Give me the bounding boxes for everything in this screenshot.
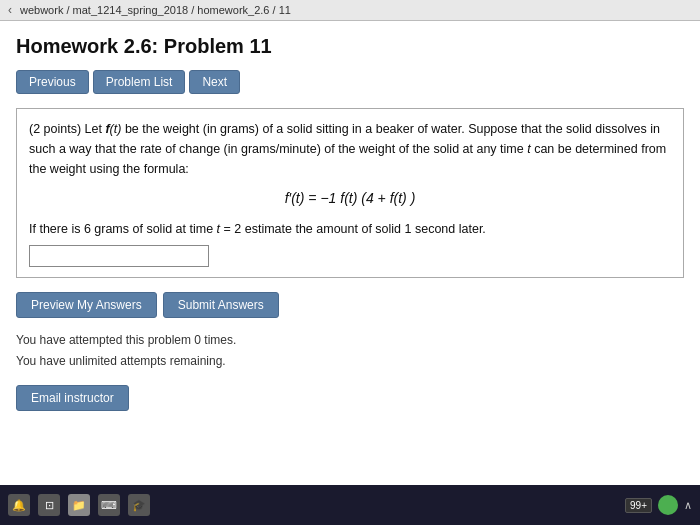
- email-instructor-button[interactable]: Email instructor: [16, 385, 129, 411]
- submit-answers-button[interactable]: Submit Answers: [163, 292, 279, 318]
- main-content: Homework 2.6: Problem 11 Previous Proble…: [0, 21, 700, 485]
- nav-buttons: Previous Problem List Next: [16, 70, 684, 94]
- previous-button[interactable]: Previous: [16, 70, 89, 94]
- problem-intro: (2 points) Let f(t) be the weight (in gr…: [29, 122, 666, 176]
- taskbar: 🔔 ⊡ 📁 ⌨ 🎓 99+ ∧: [0, 485, 700, 525]
- problem-list-button[interactable]: Problem List: [93, 70, 186, 94]
- formula-display: f′(t) = −1 f(t) (4 + f(t) ): [29, 187, 671, 209]
- answer-input[interactable]: [29, 245, 209, 267]
- preview-answers-button[interactable]: Preview My Answers: [16, 292, 157, 318]
- question-text-pre: If there is 6 grams of solid at time t =…: [29, 219, 486, 239]
- t-paren: (t): [110, 122, 122, 136]
- t-variable-2: t: [217, 222, 220, 236]
- formula-ft1-paren: (t): [344, 190, 357, 206]
- problem-box: (2 points) Let f(t) be the weight (in gr…: [16, 108, 684, 278]
- taskbar-keyboard-icon[interactable]: ⌨: [98, 494, 120, 516]
- top-bar: ‹ webwork / mat_1214_spring_2018 / homew…: [0, 0, 700, 21]
- formula-ft2-paren: (t): [394, 190, 407, 206]
- action-buttons: Preview My Answers Submit Answers: [16, 292, 684, 318]
- formula-open-paren: (4 +: [361, 190, 389, 206]
- taskbar-arrow: ∧: [684, 499, 692, 512]
- back-arrow-icon[interactable]: ‹: [8, 3, 12, 17]
- attempt-line-1: You have attempted this problem 0 times.: [16, 330, 684, 350]
- t-variable-1: t: [527, 142, 530, 156]
- taskbar-badge: 99+: [625, 498, 652, 513]
- breadcrumb: webwork / mat_1214_spring_2018 / homewor…: [20, 4, 291, 16]
- page-title: Homework 2.6: Problem 11: [16, 35, 684, 58]
- taskbar-right: 99+ ∧: [625, 495, 692, 515]
- answer-line: If there is 6 grams of solid at time t =…: [29, 219, 671, 267]
- taskbar-bell-icon[interactable]: 🔔: [8, 494, 30, 516]
- taskbar-folder-icon[interactable]: 📁: [68, 494, 90, 516]
- taskbar-window-icon[interactable]: ⊡: [38, 494, 60, 516]
- attempt-line-2: You have unlimited attempts remaining.: [16, 351, 684, 371]
- taskbar-status-icon: [658, 495, 678, 515]
- formula-prime: ′(t): [289, 190, 305, 206]
- formula-equals: = −1: [308, 190, 340, 206]
- attempt-info: You have attempted this problem 0 times.…: [16, 330, 684, 371]
- taskbar-app-icon[interactable]: 🎓: [128, 494, 150, 516]
- formula-close-paren: ): [411, 190, 416, 206]
- problem-description: (2 points) Let f(t) be the weight (in gr…: [29, 119, 671, 179]
- next-button[interactable]: Next: [189, 70, 240, 94]
